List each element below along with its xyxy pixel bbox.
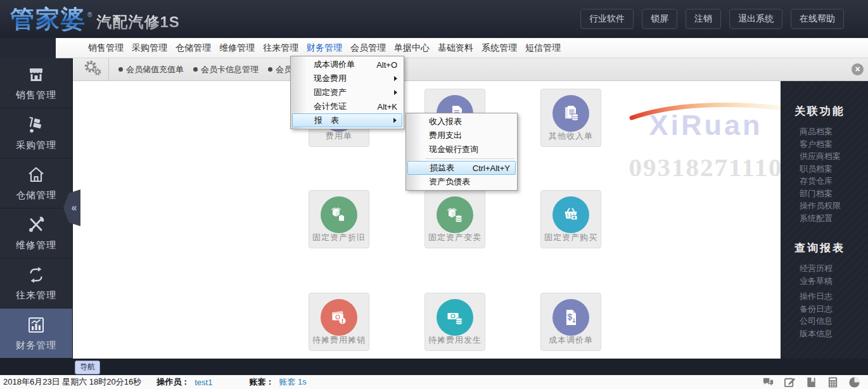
submenu-arrow-icon [394, 90, 397, 95]
menu-separator [425, 158, 514, 159]
tile-asset-purchase[interactable]: 固定资产购买 [540, 190, 601, 248]
registered-mark-icon: ® [87, 11, 92, 18]
link-customer-archive[interactable]: 客户档案 [800, 138, 868, 151]
tile-asset-sale[interactable]: 固定资产变卖 [424, 190, 485, 248]
menu-sms[interactable]: 短信管理 [524, 42, 562, 54]
sidebar-item-repair[interactable]: 维修管理 [0, 208, 72, 258]
menu-item-fixed-assets[interactable]: 固定资产 [291, 86, 404, 99]
account-value: 账套 1s [279, 376, 306, 388]
menu-item-balance-sheet[interactable]: 资产负债表 [406, 175, 517, 189]
submenu-arrow-icon [394, 76, 397, 81]
online-help-button[interactable]: 在线帮助 [791, 9, 844, 29]
sidebar-item-purchase[interactable]: 采购管理 [0, 108, 72, 158]
link-business-history[interactable]: 经营历程 [800, 262, 868, 275]
exit-system-button[interactable]: 退出系统 [729, 9, 782, 29]
menu-documents[interactable]: 单据中心 [393, 42, 431, 54]
tab-settings-button[interactable] [76, 58, 109, 80]
menu-warehouse[interactable]: 仓储管理 [174, 42, 212, 54]
app-logo: 管家婆 ® 汽配汽修1S [10, 3, 180, 35]
link-operator-permissions[interactable]: 操作员权限 [800, 200, 868, 212]
link-backup-log[interactable]: 备份日志 [800, 303, 868, 316]
pie-clock-icon[interactable] [848, 376, 860, 388]
calculator-icon[interactable] [827, 376, 839, 388]
dollar-doc-icon [552, 299, 589, 336]
chart-icon [27, 316, 46, 335]
tab-bullet-icon [193, 67, 198, 72]
logout-button[interactable]: 注销 [686, 9, 721, 29]
right-panel: 关联功能 商品档案 客户档案 供应商档案 职员档案 存货仓库 部门档案 操作员权… [781, 81, 868, 359]
menu-contacts[interactable]: 往来管理 [262, 42, 300, 54]
tab-member-card-info[interactable]: 会员卡信息管理 [193, 64, 258, 75]
link-company-info[interactable]: 公司信息 [800, 315, 868, 328]
boxes-icon [321, 196, 357, 233]
exchange-icon [27, 265, 46, 284]
menu-item-income-report[interactable]: 收入报表 [406, 115, 517, 129]
trolley-icon [27, 115, 46, 134]
lock-screen-button[interactable]: 锁屏 [642, 9, 677, 29]
edit-icon[interactable] [784, 376, 796, 388]
chat-icon[interactable] [762, 376, 774, 388]
tab-member-recharge[interactable]: 会员储值充值单 [118, 64, 184, 75]
logo-brand-text: 管家婆 [10, 3, 86, 35]
industry-software-button[interactable]: 行业软件 [580, 9, 634, 29]
menu-finance[interactable]: 财务管理 [305, 42, 343, 54]
link-department-archive[interactable]: 部门档案 [800, 188, 868, 200]
link-stock-warehouse[interactable]: 存货仓库 [800, 175, 868, 188]
main-menu-bar: 销售管理 采购管理 仓储管理 维修管理 往来管理 财务管理 会员管理 单据中心 … [0, 38, 868, 58]
top-bar: 管家婆 ® 汽配汽修1S 行业软件 锁屏 注销 退出系统 在线帮助 [0, 0, 868, 38]
banknote-alert-icon [321, 299, 357, 336]
sidebar-item-warehouse[interactable]: 仓储管理 [0, 158, 72, 208]
link-employee-archive[interactable]: 职员档案 [800, 163, 868, 175]
link-system-config[interactable]: 系统配置 [800, 212, 868, 225]
menubar-dark-corner [0, 38, 56, 58]
menu-item-accounting-voucher[interactable]: 会计凭证 Alt+K [291, 99, 404, 113]
left-sidebar: 销售管理 采购管理 仓储管理 维修管理 [0, 58, 73, 359]
vendor-watermark: XiRuan 09318271110 [617, 98, 781, 182]
tile-cost-adjustment[interactable]: 成本调价单 [540, 293, 601, 351]
shortcut-text: Ctrl+Alt+Y [473, 163, 510, 173]
bottom-strip [0, 359, 868, 375]
menu-repair[interactable]: 维修管理 [218, 42, 256, 54]
query-reports-title: 查询报表 [795, 241, 868, 255]
tile-deferred-occurrence[interactable]: 待摊费用发生 [424, 293, 485, 351]
menu-basic-data[interactable]: 基础资料 [437, 42, 475, 54]
navigation-tab[interactable]: 导航 [75, 360, 100, 374]
menu-sales[interactable]: 销售管理 [87, 42, 125, 54]
menu-item-expense-report[interactable]: 费用支出 [406, 129, 517, 143]
sidebar-item-contacts[interactable]: 往来管理 [0, 258, 72, 309]
link-version-info[interactable]: 版本信息 [800, 328, 868, 340]
shortcut-text: Alt+K [378, 102, 397, 112]
menu-item-cash-bank-query[interactable]: 现金银行查询 [406, 143, 517, 156]
sidebar-item-finance[interactable]: 财务管理 [0, 309, 72, 359]
link-supplier-archive[interactable]: 供应商档案 [800, 150, 868, 163]
logo-product-text: 汽配汽修1S [96, 12, 179, 32]
shortcut-text: Alt+O [376, 60, 397, 70]
sidebar-item-sales[interactable]: 销售管理 [0, 58, 72, 108]
menu-purchase[interactable]: 采购管理 [131, 42, 169, 54]
menu-members[interactable]: 会员管理 [349, 42, 387, 54]
tab-bullet-icon [268, 67, 272, 72]
open-tabs: 会员储值充值单 会员卡信息管理 会员卡 [118, 58, 300, 80]
operator-value: test1 [195, 378, 212, 387]
menu-item-profit-loss[interactable]: 损益表 Ctrl+Alt+Y [407, 161, 516, 175]
menu-item-reports[interactable]: 报 表 [292, 113, 402, 127]
related-functions-title: 关联功能 [795, 104, 868, 118]
menu-system[interactable]: 系统管理 [480, 42, 518, 54]
topbar-button-group: 行业软件 锁屏 注销 退出系统 在线帮助 [580, 9, 844, 29]
close-tab-button[interactable]: × [852, 63, 864, 75]
status-datetime: 2018年6月23日 星期六 18时20分16秒 [3, 376, 141, 388]
link-operation-log[interactable]: 操作日志 [800, 290, 868, 303]
tile-deferred-amortization[interactable]: 待摊费用摊销 [309, 293, 369, 351]
watermark-phone-text: 09318271110 [617, 152, 781, 182]
menu-item-cash-expense[interactable]: 现金费用 [291, 72, 404, 86]
link-product-archive[interactable]: 商品档案 [800, 125, 868, 138]
link-business-drafts[interactable]: 业务草稿 [800, 275, 868, 288]
tile-other-income[interactable]: 其他收入单 [540, 89, 601, 147]
basket-icon [552, 196, 589, 233]
finance-dropdown-menu: 成本调价单 Alt+O 现金费用 固定资产 会计凭证 Alt+K 报 表 [290, 56, 404, 129]
menu-item-cost-adjustment[interactable]: 成本调价单 Alt+O [291, 58, 404, 72]
tile-asset-depreciation[interactable]: 固定资产折旧 [309, 190, 369, 248]
banknote-coins-icon [437, 299, 473, 336]
tab-bullet-icon [118, 67, 123, 72]
book-icon[interactable] [805, 376, 817, 388]
